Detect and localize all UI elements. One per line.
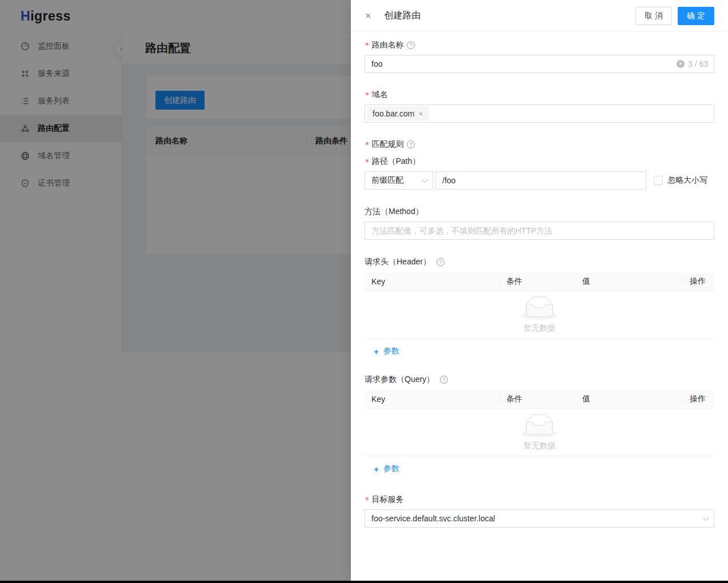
drawer-mask[interactable] <box>0 0 351 581</box>
col-value: 值 <box>575 272 683 291</box>
target-service-label: 目标服务 <box>371 494 403 505</box>
method-label-row: 方法（Method） <box>365 206 714 218</box>
create-route-drawer: ✕ 创建路由 取 消 确 定 * 路由名称 ? ✕ 3 / 63 <box>351 0 728 581</box>
chevron-down-icon <box>422 176 428 183</box>
ignore-case-option: 忽略大小写 <box>654 175 707 186</box>
match-rule-label: 匹配规则 <box>371 139 403 150</box>
add-param-label: 参数 <box>383 346 399 356</box>
query-add-row: + 参数 <box>365 456 714 474</box>
confirm-button[interactable]: 确 定 <box>678 7 714 25</box>
target-service-select[interactable]: foo-service.default.svc.cluster.local <box>365 509 714 528</box>
tag-remove-icon[interactable]: ✕ <box>418 111 423 117</box>
empty-box-icon <box>521 414 558 437</box>
ignore-case-checkbox[interactable] <box>654 176 663 185</box>
query-label-row: 请求参数（Query） ? <box>365 373 714 386</box>
target-service-label-row: * 目标服务 <box>365 493 714 506</box>
close-icon[interactable]: ✕ <box>365 11 372 20</box>
help-icon[interactable]: ? <box>407 140 415 148</box>
domain-tag-text: foo.bar.com <box>373 109 414 118</box>
col-condition: 条件 <box>499 272 575 291</box>
empty-text: 暂无数据 <box>523 323 555 333</box>
clear-icon[interactable]: ✕ <box>677 60 685 68</box>
help-icon[interactable]: ? <box>437 258 445 266</box>
col-actions: 操作 <box>683 390 714 408</box>
header-section-label: 请求头（Header） <box>365 257 431 267</box>
required-mark: * <box>365 41 369 50</box>
method-label: 方法（Method） <box>365 207 423 217</box>
domain-label: 域名 <box>371 90 387 100</box>
ignore-case-label: 忽略大小写 <box>667 175 707 186</box>
query-table-empty: 暂无数据 <box>365 409 714 456</box>
screen-bottom-bar <box>0 581 728 583</box>
route-name-input[interactable] <box>365 55 714 73</box>
route-name-suffix: ✕ 3 / 63 <box>677 59 708 69</box>
header-table-head: Key 条件 值 操作 <box>365 272 714 291</box>
add-query-param-button[interactable]: + 参数 <box>374 464 399 474</box>
col-value: 值 <box>575 390 683 408</box>
header-label-row: 请求头（Header） ? <box>365 256 714 268</box>
required-mark: * <box>365 157 369 166</box>
domain-label-row: * 域名 <box>365 89 714 101</box>
plus-icon: + <box>374 464 379 474</box>
col-actions: 操作 <box>683 272 714 291</box>
required-mark: * <box>365 90 369 99</box>
domain-tag: foo.bar.com ✕ <box>367 107 429 120</box>
query-table: Key 条件 值 操作 暂无数 <box>365 390 714 474</box>
path-match-type-select[interactable]: 前缀匹配 <box>365 171 433 190</box>
col-key: Key <box>365 272 499 291</box>
add-header-param-button[interactable]: + 参数 <box>374 346 399 356</box>
drawer-title: 创建路由 <box>385 10 421 22</box>
route-name-label: 路由名称 <box>371 40 403 50</box>
empty-text: 暂无数据 <box>523 441 555 451</box>
query-section-label: 请求参数（Query） <box>365 375 434 385</box>
help-icon[interactable]: ? <box>407 41 415 49</box>
required-mark: * <box>365 495 369 504</box>
chevron-down-icon <box>703 514 709 521</box>
path-label: 路径（Path） <box>371 156 420 167</box>
path-match-type-value: 前缀匹配 <box>371 175 403 186</box>
drawer-header: ✕ 创建路由 取 消 确 定 <box>351 0 728 32</box>
add-param-label: 参数 <box>383 464 399 474</box>
col-condition: 条件 <box>499 390 575 408</box>
route-name-field: ✕ 3 / 63 <box>365 55 714 73</box>
domain-select[interactable]: foo.bar.com ✕ <box>365 104 714 123</box>
path-row: 前缀匹配 忽略大小写 <box>365 171 714 190</box>
path-label-row: * 路径（Path） <box>365 155 714 168</box>
char-counter: 3 / 63 <box>688 59 708 69</box>
drawer-body: * 路由名称 ? ✕ 3 / 63 * 域名 foo.bar.com ✕ <box>351 32 728 541</box>
target-service-value: foo-service.default.svc.cluster.local <box>371 514 495 523</box>
cancel-button[interactable]: 取 消 <box>635 7 672 25</box>
help-icon[interactable]: ? <box>440 376 448 384</box>
screen: Higress 监控面板 服务来源 服务列表 <box>0 0 728 583</box>
col-key: Key <box>365 390 499 408</box>
path-input[interactable] <box>435 171 646 190</box>
header-table: Key 条件 值 操作 暂无数 <box>365 272 714 356</box>
query-table-head: Key 条件 值 操作 <box>365 390 714 409</box>
method-input[interactable] <box>365 222 714 240</box>
header-add-row: + 参数 <box>365 339 714 356</box>
plus-icon: + <box>374 347 379 356</box>
route-name-label-row: * 路由名称 ? <box>365 39 714 51</box>
match-rule-label-row: * 匹配规则 ? <box>365 138 714 151</box>
empty-box-icon <box>521 296 558 320</box>
required-mark: * <box>365 140 369 149</box>
header-table-empty: 暂无数据 <box>365 291 714 339</box>
